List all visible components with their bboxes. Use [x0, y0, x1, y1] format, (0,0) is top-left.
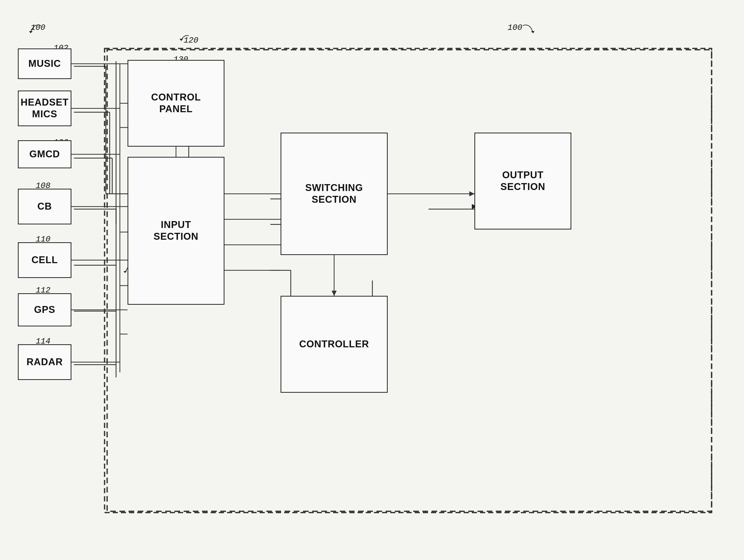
headset-mics-block: HEADSET MICS — [18, 90, 71, 126]
svg-marker-26 — [531, 31, 534, 33]
gmcd-block: GMCD — [18, 140, 71, 168]
control-panel-block: CONTROL PANEL — [127, 60, 224, 147]
input-section-block: INPUT SECTION — [127, 157, 224, 305]
svg-marker-25 — [29, 31, 33, 33]
output-section-block: OUTPUT SECTION — [474, 133, 571, 229]
svg-marker-27 — [180, 39, 183, 41]
svg-marker-54 — [469, 191, 474, 196]
cb-block: CB — [18, 189, 71, 224]
music-block: MUSIC — [18, 48, 71, 79]
diagram-container: 100 100 120 102 104 106 108 110 112 114 … — [10, 15, 732, 540]
controller-block: CONTROLLER — [281, 296, 388, 393]
svg-marker-56 — [332, 291, 337, 296]
cell-block: CELL — [18, 242, 71, 278]
switching-section-block: SWITCHING SECTION — [281, 133, 388, 255]
gps-block: GPS — [18, 293, 71, 326]
radar-block: RADAR — [18, 344, 71, 380]
svg-marker-28 — [123, 271, 127, 273]
